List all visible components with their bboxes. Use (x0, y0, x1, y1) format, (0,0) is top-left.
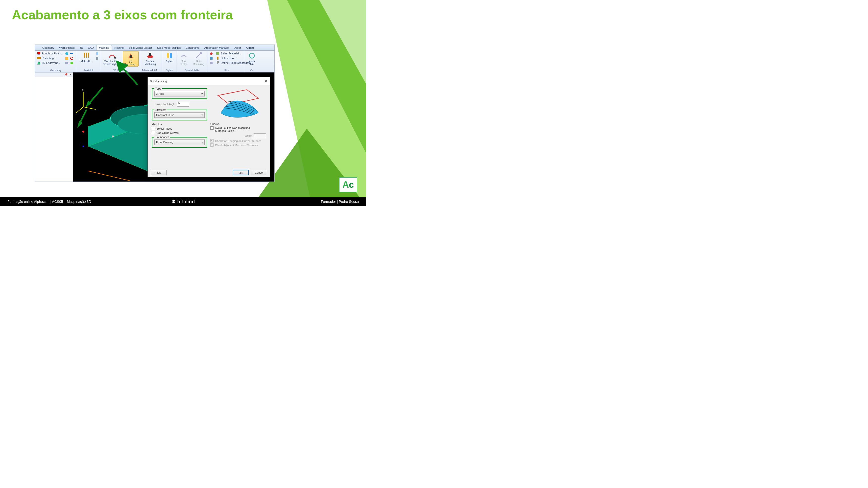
svg-rect-8 (65, 57, 68, 60)
svg-rect-5 (38, 54, 39, 55)
group-label-adv5: Advanced 5-Ax... (142, 68, 161, 72)
group-label-3dmachining: 3D Machining (102, 68, 138, 72)
tab-3d[interactable]: 3D (77, 45, 85, 50)
offset-input: 0 (254, 133, 266, 138)
tab-automation[interactable]: Automation Manage (202, 45, 231, 50)
type-select[interactable]: 3-Axis▾ (154, 91, 205, 96)
svg-rect-26 (210, 62, 213, 64)
multidrill-button[interactable]: Multidrill... (79, 51, 94, 63)
svg-rect-18 (130, 56, 132, 58)
3d-machining-button[interactable]: 3D Machining... (123, 51, 138, 67)
styles-button[interactable]: Styles (164, 51, 175, 63)
tab-cad[interactable]: CAD (86, 45, 96, 50)
tab-constraints[interactable]: Constraints (183, 45, 202, 50)
material-icon (216, 52, 220, 56)
svg-point-23 (200, 52, 202, 54)
gouge-adjacent-label: Check Adjacent Machined Surfaces (215, 144, 258, 147)
tab-attribu[interactable]: Attribu (244, 45, 256, 50)
define-tool-icon (216, 56, 220, 60)
svg-rect-22 (170, 53, 172, 58)
geom-icon-b[interactable] (65, 56, 69, 60)
svg-line-33 (76, 107, 83, 113)
pocketing-button[interactable]: Pocketing... (36, 56, 64, 60)
engraving-button[interactable]: 3D Engraving... (36, 61, 64, 65)
chevron-down-icon: ▾ (202, 113, 203, 117)
tab-workplanes[interactable]: Work Planes (57, 45, 77, 50)
svg-rect-16 (96, 57, 98, 60)
group-label-styles: Styles (164, 68, 175, 72)
ribbon-content: Rough or Finish... Pocketing... 3D Engra… (35, 51, 274, 72)
svg-rect-11 (70, 62, 73, 64)
help-button[interactable]: Help (151, 170, 166, 175)
surface-machining-button[interactable]: Surface Machining (142, 51, 159, 66)
boundaries-select[interactable]: From Drawing▾ (154, 139, 205, 145)
svg-point-10 (70, 57, 73, 60)
group-label-utils: Utils (209, 68, 243, 72)
fixed-tool-angle-label: Fixed Tool Angle (152, 103, 176, 106)
rough-or-finish-button[interactable]: Rough or Finish... (36, 51, 64, 56)
svg-point-41 (83, 146, 84, 147)
tab-machine[interactable]: Machine (96, 45, 112, 50)
slide-title: Acabamento a 3 eixos com fronteira (12, 7, 233, 22)
geom-icon-c[interactable] (65, 61, 69, 65)
tab-geometry[interactable]: Geometry (40, 45, 57, 50)
svg-rect-13 (86, 53, 87, 58)
gouge-adjacent-checkbox (210, 143, 214, 147)
avoid-fouling-label: Avoid Fouling Non-Machined Surfaces/Soli… (215, 126, 266, 132)
svg-marker-3 (319, 0, 366, 84)
group-label-multidrill: Multidrill (79, 68, 99, 72)
spline-icon (108, 52, 116, 60)
fixed-tool-angle-input[interactable]: 0 (177, 102, 189, 107)
multidrill-icon (83, 52, 90, 60)
drill-icon-a[interactable] (95, 52, 99, 56)
geom-icon-f[interactable] (70, 61, 74, 65)
svg-rect-27 (216, 52, 219, 55)
edit-machining-button[interactable]: Edit Machining (191, 51, 206, 66)
util-icon-b[interactable] (209, 56, 213, 60)
svg-marker-1 (287, 0, 366, 153)
surface-icon (146, 52, 154, 60)
svg-rect-12 (84, 53, 85, 58)
3d-machining-dialog: 3D Machining ✕ Type 3-Axis▾ Fixed Tool A… (148, 77, 270, 177)
footer-right: Formador | Pedro Sousa (321, 200, 359, 203)
engrave-icon (37, 61, 41, 65)
type-label: Type (154, 87, 162, 90)
slide-footer: Formação online Alphacam | ACS05 – Maqui… (0, 197, 366, 206)
svg-rect-28 (217, 57, 218, 60)
group-label-co: Co (246, 68, 257, 72)
close-panel-icon[interactable]: ✕ (69, 73, 71, 76)
geom-icon-e[interactable] (70, 56, 74, 60)
svg-line-39 (88, 171, 130, 181)
util-icon-a[interactable] (209, 52, 213, 56)
cancel-button[interactable]: Cancel (251, 170, 267, 175)
pin-icon[interactable]: 📌 (64, 73, 68, 76)
use-guide-curves-checkbox[interactable] (152, 131, 155, 134)
close-icon[interactable]: ✕ (265, 79, 268, 83)
geom-icon-a[interactable] (65, 52, 69, 56)
gouge-current-label: Check for Gouging on Current Surface (215, 139, 261, 142)
tab-sme[interactable]: Solid Model Extract (126, 45, 155, 50)
machine-along-spline-button[interactable]: Machine Along Spline/Polyline... (102, 51, 122, 66)
tab-nesting[interactable]: Nesting (112, 45, 126, 50)
use-guide-label: Use Guide Curves (156, 131, 179, 134)
tab-smu[interactable]: Solid Model Utilities (154, 45, 183, 50)
svg-rect-9 (65, 62, 68, 64)
drill-icon-b[interactable] (95, 56, 99, 60)
geom-icon-d[interactable] (70, 52, 74, 56)
util-icon-c[interactable] (209, 61, 213, 65)
boundaries-label: Boundaries (154, 135, 170, 138)
3d-viewport[interactable]: Z (73, 72, 274, 182)
svg-line-32 (83, 107, 96, 109)
tab-decor[interactable]: Decor (231, 45, 243, 50)
svg-marker-0 (267, 0, 366, 206)
tool-entry-icon (180, 52, 188, 60)
avoid-fouling-checkbox[interactable] (210, 126, 214, 130)
ok-button[interactable]: OK (233, 170, 249, 175)
svg-point-17 (114, 57, 116, 59)
strategy-select[interactable]: Constant Cusp▾ (154, 112, 205, 118)
svg-text:Z: Z (82, 89, 83, 91)
autom-ma-button[interactable]: Autom Ma (246, 51, 257, 66)
footer-center-brand: ✽ bitmind (171, 199, 195, 204)
tool-entry-button[interactable]: Tool Entry (178, 51, 190, 66)
select-faces-checkbox[interactable] (152, 127, 155, 130)
